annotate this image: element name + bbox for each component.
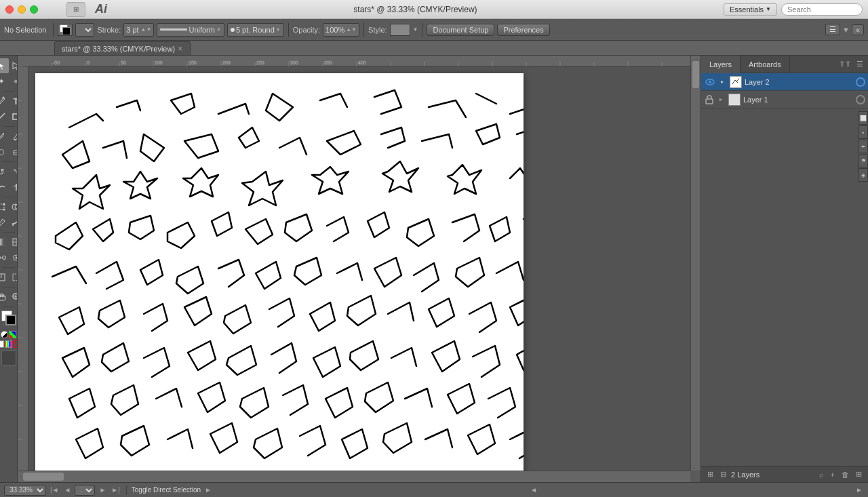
- stroke-color-swatch2[interactable]: [5, 315, 16, 325]
- layers-tab[interactable]: Layers: [701, 56, 741, 73]
- workspace-button[interactable]: Essentials ▼: [724, 3, 777, 16]
- color-mode-button[interactable]: [9, 331, 16, 338]
- tab-close-button[interactable]: ✕: [178, 45, 183, 52]
- scale-tool[interactable]: ⤡: [9, 164, 18, 179]
- symbols-button[interactable]: ⚑: [859, 154, 868, 167]
- gradient-fill-button[interactable]: [5, 340, 12, 348]
- free-transform-tool[interactable]: [0, 199, 9, 214]
- tool-row-12: [0, 250, 18, 265]
- panel-expand-button[interactable]: ⇧⇧: [837, 60, 853, 68]
- width-tool[interactable]: [9, 180, 18, 195]
- panel-menu-button[interactable]: ☰: [854, 60, 865, 68]
- panel-toggle-button[interactable]: ⊞: [66, 2, 85, 17]
- svg-text:250: 250: [256, 60, 264, 65]
- pen-tool[interactable]: [0, 94, 9, 108]
- measure-tool[interactable]: [9, 215, 18, 230]
- symbol-sprayer-tool[interactable]: [9, 250, 18, 265]
- preferences-button[interactable]: Preferences: [497, 24, 549, 36]
- new-layer-button[interactable]: +: [829, 471, 837, 479]
- horizontal-scrollbar-thumb[interactable]: [23, 473, 64, 481]
- color-panel-button[interactable]: ⬜: [859, 111, 868, 125]
- panel-options-button[interactable]: ⊞: [854, 470, 864, 479]
- stroke-cap-icon: [231, 28, 235, 32]
- vertical-scrollbar[interactable]: [690, 56, 701, 471]
- stroke-type-select[interactable]: ■: [75, 23, 94, 37]
- collapse-button[interactable]: «: [852, 24, 864, 35]
- canvas-left-button[interactable]: ◄: [529, 486, 538, 494]
- delete-layer-button[interactable]: 🗑: [840, 471, 851, 479]
- next-page-button[interactable]: ►: [98, 486, 107, 494]
- swatches-button[interactable]: ▪: [859, 125, 868, 139]
- blend-tool[interactable]: [0, 250, 9, 265]
- zoom-tool[interactable]: [9, 290, 18, 304]
- tool-separator-5: [3, 232, 15, 233]
- layer-2-visibility[interactable]: [704, 76, 716, 88]
- hand-tool[interactable]: [0, 290, 9, 304]
- new-sublayer-button[interactable]: ⊟: [718, 470, 728, 479]
- pencil-tool[interactable]: [9, 129, 18, 144]
- prev-page-button[interactable]: ◄: [63, 486, 73, 494]
- line-tool[interactable]: [0, 109, 9, 124]
- artboards-tab[interactable]: Artboards: [741, 56, 790, 73]
- ruler-vertical: [18, 66, 28, 471]
- vertical-scrollbar-thumb[interactable]: [692, 61, 699, 88]
- last-page-button[interactable]: ►|: [110, 486, 121, 494]
- swap-colors-button[interactable]: [1, 331, 8, 338]
- page-select[interactable]: 1: [75, 485, 95, 496]
- search-input[interactable]: [781, 3, 863, 16]
- layer-1-expand[interactable]: [716, 95, 726, 104]
- close-button[interactable]: [5, 5, 14, 14]
- stroke-cap-select[interactable]: 5 pt. Round ▼: [227, 23, 284, 37]
- first-page-button[interactable]: |◄: [49, 486, 60, 494]
- search-layers-button[interactable]: ⌕: [817, 471, 826, 479]
- rectangle-tool[interactable]: [9, 109, 18, 124]
- zoom-select[interactable]: 33.33%: [4, 485, 46, 496]
- stroke-weight-value: 3 pt: [126, 26, 138, 34]
- style-swatch[interactable]: [390, 24, 410, 36]
- canvas-right-button[interactable]: ►: [854, 486, 864, 494]
- minimize-button[interactable]: [18, 5, 26, 14]
- layer-1-lock[interactable]: [704, 94, 715, 105]
- brushes-button[interactable]: ✒: [859, 140, 868, 153]
- none-fill-button[interactable]: [0, 340, 4, 348]
- view-button[interactable]: ☰: [825, 24, 840, 35]
- mesh-tool[interactable]: [9, 235, 18, 250]
- document-tab[interactable]: stars* @ 33.33% (CMYK/Preview) ✕: [54, 41, 191, 55]
- lasso-tool[interactable]: ⌖: [9, 74, 18, 89]
- selection-tool[interactable]: [0, 58, 9, 73]
- document-setup-button[interactable]: Document Setup: [427, 24, 494, 36]
- none-stroke-button[interactable]: [13, 340, 18, 348]
- bottom-scroll-area[interactable]: [541, 486, 852, 494]
- warp-tool[interactable]: [0, 180, 9, 195]
- layer-2-expand[interactable]: [717, 77, 727, 87]
- separator2: [288, 23, 289, 37]
- tool-row-3: T: [0, 94, 18, 108]
- layer-row-2[interactable]: Layer 2: [701, 73, 868, 91]
- blob-brush-tool[interactable]: ⬡: [0, 144, 9, 159]
- opacity-label: Opacity:: [293, 26, 320, 34]
- canvas-area[interactable]: -50 0 50 100 150 200 250 300 350 400: [18, 56, 701, 482]
- maximize-button[interactable]: [30, 5, 38, 14]
- canvas-preview[interactable]: [1, 351, 16, 365]
- artboard-tool[interactable]: [9, 270, 18, 285]
- eraser-tool[interactable]: [9, 144, 18, 159]
- shape-builder-tool[interactable]: [9, 199, 18, 214]
- horizontal-scrollbar[interactable]: [18, 471, 690, 482]
- paintbrush-tool[interactable]: [0, 129, 9, 144]
- stroke-color-button[interactable]: [58, 24, 73, 36]
- gradient-tool[interactable]: [0, 235, 9, 250]
- direct-selection-tool[interactable]: [9, 58, 18, 73]
- eyedropper-tool[interactable]: [0, 215, 9, 230]
- main-area: ✦ ⌖ T: [0, 56, 868, 482]
- play-button[interactable]: ►: [203, 486, 213, 494]
- svg-rect-29: [13, 274, 18, 281]
- stroke-style-select[interactable]: Uniform ▼: [157, 23, 224, 37]
- svg-rect-17: [0, 239, 5, 245]
- make-sublayer-button[interactable]: ⊞: [705, 470, 715, 479]
- magic-wand-tool[interactable]: ✦: [0, 74, 9, 89]
- layer-row-1[interactable]: Layer 1: [701, 91, 868, 108]
- type-tool[interactable]: T: [9, 94, 18, 108]
- slice-tool[interactable]: [0, 270, 9, 285]
- rotate-tool[interactable]: ↺: [0, 164, 9, 179]
- graphic-styles-button[interactable]: ◈: [859, 168, 868, 182]
